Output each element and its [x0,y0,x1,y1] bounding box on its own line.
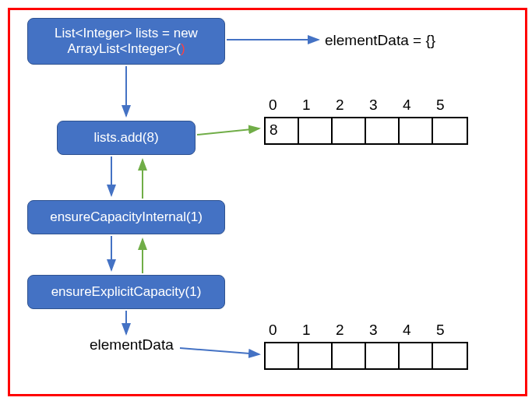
cell [299,343,333,368]
cell [333,118,366,143]
idx: 0 [266,97,299,114]
node-ensure-explicit: ensureExplicitCapacity(1) [27,275,225,309]
flow-diagram: List<Integer> lists = new ArrayList<Inte… [8,8,527,396]
cell [366,118,400,143]
label-elementdata-init: elementData = {} [325,32,435,49]
idx: 1 [299,97,333,114]
cell: 8 [266,118,299,143]
node-ensure-explicit-text: ensureExplicitCapacity(1) [51,284,202,300]
cell [366,343,400,368]
node-init-text: List<Integer> lists = new ArrayList<Inte… [55,26,198,57]
idx: 1 [299,322,333,339]
cell [299,118,333,143]
arrow-add-to-array [197,128,259,135]
idx: 4 [400,97,433,114]
cell [433,118,467,143]
idx: 2 [333,97,366,114]
arrow-label-to-array2 [180,348,259,354]
idx: 4 [400,322,433,339]
node-init-line2a: ArrayList<Integer>( [67,41,181,56]
cell [400,343,433,368]
array1-cells: 8 [264,117,468,145]
cell [333,343,366,368]
node-init-line1: List<Integer> lists = new [55,26,198,40]
idx: 3 [366,322,400,339]
cell [433,343,467,368]
array1-indices: 0 1 2 3 4 5 [266,97,467,114]
node-add: lists.add(8) [57,121,196,155]
idx: 5 [433,322,467,339]
idx: 2 [333,322,366,339]
cell [266,343,299,368]
node-add-text: lists.add(8) [93,130,158,146]
cell [400,118,433,143]
node-ensure-internal: ensureCapacityInternal(1) [27,200,225,234]
array2-indices: 0 1 2 3 4 5 [266,322,467,339]
node-init: List<Integer> lists = new ArrayList<Inte… [27,18,225,65]
node-ensure-internal-text: ensureCapacityInternal(1) [50,209,203,225]
node-init-line2b: ) [181,41,185,56]
idx: 3 [366,97,400,114]
idx: 5 [433,97,467,114]
label-elementdata-final: elementData [90,336,174,354]
array2-cells [264,342,468,370]
idx: 0 [266,322,299,339]
